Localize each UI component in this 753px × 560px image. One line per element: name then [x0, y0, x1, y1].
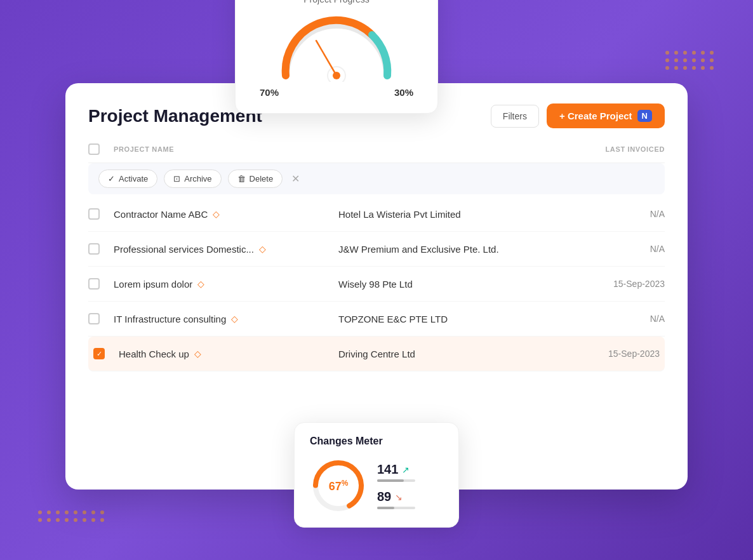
row-checkbox-0[interactable]: [88, 208, 100, 220]
diamond-icon-2: ◇: [197, 279, 204, 289]
dots-decoration-bottom: [38, 510, 105, 522]
stat-down-value: 89: [377, 490, 391, 504]
gauge-svg: [273, 12, 400, 82]
table-header: PROJECT NAME LAST INVOICED: [88, 143, 665, 163]
table-row: Professional services Domestic... ◇ J&W …: [88, 232, 665, 267]
create-project-button[interactable]: + Create Project N: [547, 103, 665, 128]
col-project-name: PROJECT NAME: [114, 145, 338, 153]
stat-up-bar-fill: [377, 479, 404, 482]
table-row: IT Infrastructure consulting ◇ TOPZONE E…: [88, 302, 665, 337]
col-invoiced: LAST INVOICED: [563, 145, 665, 153]
activate-label: Activate: [119, 174, 148, 183]
archive-button[interactable]: ⊡ Archive: [164, 170, 221, 188]
last-invoiced-3: N/A: [563, 314, 665, 324]
client-name-1: J&W Premium and Exclusive Pte. Ltd.: [338, 244, 563, 255]
stat-up-value: 141: [377, 462, 398, 477]
table-row: Contractor Name ABC ◇ Hotel La Wisteria …: [88, 197, 665, 232]
archive-label: Archive: [184, 174, 211, 183]
client-name-2: Wisely 98 Pte Ltd: [338, 279, 563, 290]
diamond-icon-0: ◇: [213, 209, 220, 219]
project-progress-card: Project Progress 70% 30%: [235, 0, 438, 114]
client-name-0: Hotel La Wisteria Pvt Limited: [338, 209, 563, 220]
project-name-text-4: Health Check up: [119, 349, 189, 359]
delete-label: Delete: [250, 174, 274, 183]
progress-card-title: Project Progress: [253, 0, 420, 4]
client-name-3: TOPZONE E&C PTE LTD: [338, 314, 563, 324]
stat-down: 89 ↘: [377, 490, 415, 509]
last-invoiced-0: N/A: [563, 209, 665, 219]
project-name-text-0: Contractor Name ABC: [114, 209, 208, 220]
project-name-2: Lorem ipsum dolor ◇: [114, 279, 338, 290]
main-card: Project Management Filters + Create Proj…: [65, 83, 688, 490]
stat-up-bar: [377, 479, 415, 482]
client-name-4: Driving Centre Ltd: [338, 349, 558, 359]
last-invoiced-2: 15-Sep-2023: [563, 279, 665, 289]
table-row: Lorem ipsum dolor ◇ Wisely 98 Pte Ltd 15…: [88, 267, 665, 302]
project-name-0: Contractor Name ABC ◇: [114, 209, 338, 220]
row-checkbox-3[interactable]: [88, 313, 100, 324]
header-actions: Filters + Create Project N: [491, 103, 665, 128]
project-name-text-1: Professional services Domestic...: [114, 244, 254, 255]
row-checkbox-2[interactable]: [88, 278, 100, 290]
archive-icon: ⊡: [173, 174, 180, 183]
diamond-icon-3: ◇: [231, 314, 238, 324]
stat-down-bar: [377, 507, 415, 509]
project-name-text-2: Lorem ipsum dolor: [114, 279, 192, 290]
arrow-down-icon: ↘: [395, 492, 403, 502]
changes-card-title: Changes Meter: [310, 436, 443, 447]
stat-down-row: 89 ↘: [377, 490, 415, 504]
stat-up-row: 141 ↗: [377, 462, 415, 477]
table-body: Contractor Name ABC ◇ Hotel La Wisteria …: [88, 197, 665, 371]
delete-button[interactable]: 🗑 Delete: [228, 170, 283, 188]
gauge-labels: 70% 30%: [253, 87, 420, 98]
select-all-checkbox[interactable]: [88, 143, 100, 155]
project-name-text-3: IT Infrastructure consulting: [114, 314, 226, 324]
delete-icon: 🗑: [237, 174, 246, 183]
last-invoiced-4: 15-Sep-2023: [558, 349, 660, 359]
row-checkbox-1[interactable]: [88, 243, 100, 255]
action-toolbar: ✓ Activate ⊡ Archive 🗑 Delete ✕: [88, 163, 665, 194]
stat-down-bar-fill: [377, 507, 394, 509]
last-invoiced-1: N/A: [563, 244, 665, 254]
diamond-icon-4: ◇: [194, 349, 201, 359]
row-checkbox-4[interactable]: ✓: [93, 348, 105, 359]
create-badge: N: [637, 110, 652, 122]
activate-icon: ✓: [108, 174, 115, 183]
donut-percentage: 67%: [329, 479, 349, 493]
changes-content: 67% 141 ↗ 89 ↘: [310, 457, 443, 514]
donut-chart: 67%: [310, 457, 367, 514]
dots-decoration-top: [665, 51, 715, 70]
stat-up: 141 ↗: [377, 462, 415, 482]
svg-line-2: [316, 41, 337, 76]
filters-button[interactable]: Filters: [491, 105, 539, 128]
toolbar-close-button[interactable]: ✕: [291, 173, 300, 185]
table-row: ✓ Health Check up ◇ Driving Centre Ltd 1…: [88, 337, 665, 371]
gauge-right-label: 30%: [394, 87, 413, 98]
create-label: + Create Project: [559, 110, 632, 121]
changes-meter-card: Changes Meter 67% 141 ↗: [294, 422, 459, 528]
gauge-left-label: 70%: [260, 87, 279, 98]
project-name-1: Professional services Domestic... ◇: [114, 244, 338, 255]
gauge-chart: [273, 12, 400, 82]
arrow-up-icon: ↗: [402, 465, 410, 475]
project-name-3: IT Infrastructure consulting ◇: [114, 314, 338, 324]
activate-button[interactable]: ✓ Activate: [98, 170, 157, 188]
diamond-icon-1: ◇: [259, 244, 266, 254]
changes-stats: 141 ↗ 89 ↘: [377, 462, 415, 509]
project-name-4: Health Check up ◇: [119, 349, 338, 359]
